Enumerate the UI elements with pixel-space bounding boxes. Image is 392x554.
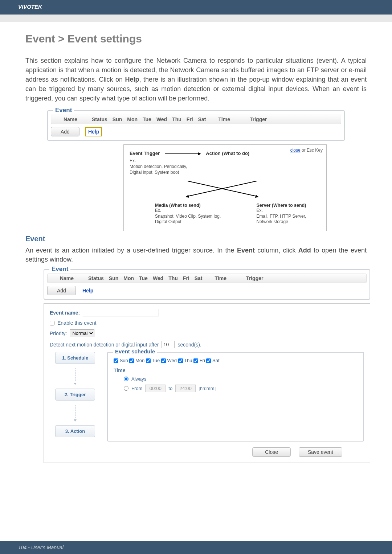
col2-fri: Fri	[183, 275, 189, 281]
intro-help-bold: Help	[125, 76, 139, 83]
para2-pre: An event is an action initiated by a use…	[25, 247, 237, 254]
detect-post: second(s).	[177, 342, 201, 348]
detect-pre: Detect next motion detection or digital …	[50, 342, 159, 348]
help-highlight-box: Help	[85, 127, 102, 136]
col2-tue: Tue	[139, 275, 148, 281]
lbl-sun: Sun	[120, 358, 128, 363]
enable-event-label: Enable this event	[57, 320, 96, 326]
flow-steps: 1. Schedule 2. Trigger 3. Action	[50, 352, 101, 442]
chk-wed[interactable]	[161, 358, 166, 363]
chk-sat[interactable]	[206, 358, 211, 363]
col-thu: Thu	[172, 116, 181, 122]
popup-close-link[interactable]: close	[290, 148, 301, 153]
event-legend: Event	[53, 107, 74, 114]
from-label: From	[131, 386, 142, 391]
help-link[interactable]: Help	[88, 129, 99, 135]
flow-arrow-2-icon	[74, 419, 77, 422]
svg-marker-1	[198, 152, 201, 155]
para2-b1: Event	[237, 247, 255, 254]
col-time: Time	[219, 116, 230, 122]
help-popup: close or Esc Key Event Trigger Action (W…	[123, 144, 327, 231]
event-legend-2: Event	[49, 266, 70, 273]
enable-event-checkbox[interactable]	[50, 321, 54, 325]
crisscross-arrows-icon	[184, 178, 320, 200]
server-header: Server (Where to send)	[256, 203, 320, 208]
event-name-input[interactable]	[83, 309, 159, 316]
col2-trigger: Trigger	[246, 275, 263, 281]
event-fieldset-1: Event Name Status Sun Mon Tue Wed Thu Fr…	[47, 110, 345, 141]
event-table-header: Name Status Sun Mon Tue Wed Thu Fri Sat …	[51, 115, 341, 124]
flow-action[interactable]: 3. Action	[55, 425, 95, 437]
trigger-ex-label: Ex.	[130, 158, 320, 164]
event-table-header-2: Name Status Sun Mon Tue Wed Thu Fri Sat …	[47, 274, 367, 283]
flow-trigger[interactable]: 2. Trigger	[55, 389, 95, 401]
chk-sun[interactable]	[114, 358, 118, 363]
close-button[interactable]: Close	[252, 447, 291, 457]
chk-fri[interactable]	[193, 358, 198, 363]
hhmm-label: [hh:mm]	[199, 386, 216, 391]
col2-sat: Sat	[195, 275, 203, 281]
add-button[interactable]: Add	[51, 127, 79, 136]
media-header: Media (What to send)	[155, 203, 227, 208]
radio-always[interactable]	[124, 377, 128, 381]
page-footer: 104 - User's Manual	[0, 541, 392, 554]
radio-from[interactable]	[124, 386, 128, 391]
always-label: Always	[131, 376, 146, 382]
col-wed: Wed	[156, 116, 167, 122]
media-sub: Snapshot, Video Clip, System log, Digita…	[155, 214, 227, 225]
flow-arrow-1-icon	[74, 383, 77, 385]
col2-sun: Sun	[109, 275, 118, 281]
para2-b2: Add	[298, 247, 311, 254]
action-label: Action (What to do)	[206, 151, 249, 156]
col2-time: Time	[215, 275, 226, 281]
arrow-right-icon	[165, 152, 201, 156]
header-divider	[0, 15, 392, 22]
chk-mon[interactable]	[129, 358, 134, 363]
lbl-mon: Mon	[135, 358, 144, 363]
lbl-sat: Sat	[212, 358, 220, 363]
col-sun: Sun	[113, 116, 122, 122]
flow-connector-2	[75, 405, 75, 418]
event-settings-form: Event name: Enable this event Priority: …	[44, 303, 370, 463]
priority-select[interactable]: Normal	[70, 329, 94, 337]
col-sat: Sat	[198, 116, 206, 122]
lbl-thu: Thu	[184, 358, 192, 363]
event-description: An event is an action initiated by a use…	[25, 246, 367, 264]
page-title: Event > Event settings	[25, 33, 367, 45]
days-row: Sun Mon Tue Wed Thu Fri Sat	[114, 358, 358, 363]
chk-tue[interactable]	[146, 358, 151, 363]
event-fieldset-2: Event Name Status Sun Mon Tue Wed Thu Fr…	[44, 269, 370, 300]
schedule-legend: Event schedule	[113, 348, 157, 354]
col-mon: Mon	[127, 116, 138, 122]
time-label: Time	[114, 368, 358, 373]
intro-paragraph: This section explains how to configure t…	[25, 56, 367, 103]
popup-close-esc: or Esc Key	[301, 148, 323, 153]
col2-name: Name	[50, 275, 83, 281]
lbl-fri: Fri	[200, 358, 205, 363]
col2-mon: Mon	[123, 275, 134, 281]
media-ex-label: Ex.	[155, 208, 227, 214]
event-schedule-box: Event schedule Sun Mon Tue Wed Thu Fri S…	[107, 352, 364, 442]
save-event-button[interactable]: Save event	[299, 447, 342, 457]
col-name: Name	[54, 116, 87, 122]
col-trigger: Trigger	[250, 116, 267, 122]
brand-header: VIVOTEK	[0, 0, 392, 15]
server-ex-label: Ex.	[256, 208, 320, 214]
trigger-examples: Motion detection, Periodically, Digital …	[130, 164, 195, 175]
from-time-input[interactable]	[145, 385, 166, 392]
lbl-tue: Tue	[152, 358, 160, 363]
chk-thu[interactable]	[178, 358, 183, 363]
add-button-2[interactable]: Add	[47, 286, 76, 295]
col-status: Status	[92, 116, 107, 122]
svg-marker-3	[255, 195, 259, 198]
detect-seconds-input[interactable]	[162, 341, 175, 348]
help-link-2[interactable]: Help	[82, 288, 93, 294]
lbl-wed: Wed	[167, 358, 177, 363]
flow-schedule[interactable]: 1. Schedule	[55, 352, 95, 364]
event-section-heading: Event	[25, 235, 367, 243]
col-tue: Tue	[143, 116, 151, 122]
col2-thu: Thu	[168, 275, 178, 281]
to-time-input[interactable]	[175, 385, 196, 392]
col2-status: Status	[88, 275, 104, 281]
svg-marker-5	[185, 195, 189, 198]
